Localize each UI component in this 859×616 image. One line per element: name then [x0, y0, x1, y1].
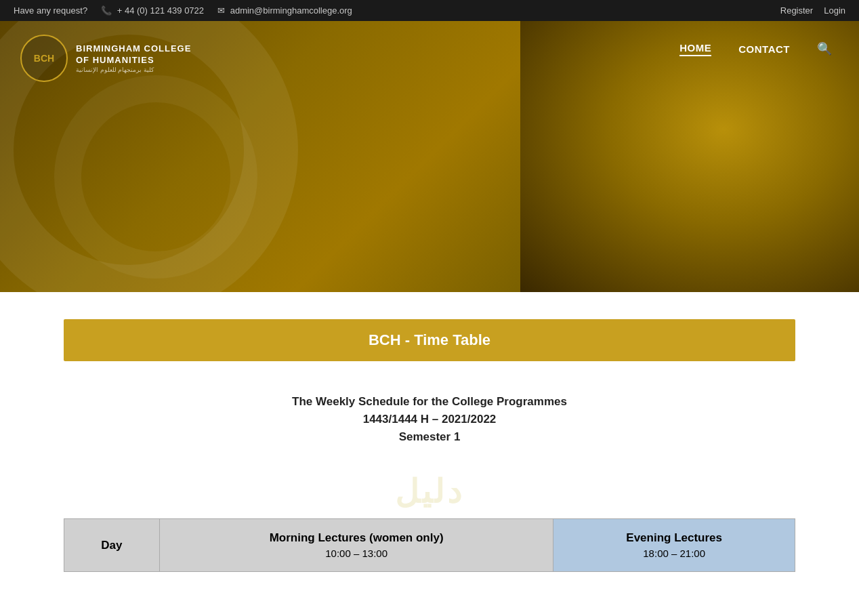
main-nav: HOME CONTACT 🔍: [0, 21, 859, 77]
email-info: ✉ admin@birminghamcollege.org: [217, 5, 352, 16]
year-label: 1443/1444 H – 2021/2022: [64, 413, 795, 426]
watermark-area: دليل: [64, 471, 795, 512]
register-link[interactable]: Register: [780, 5, 813, 16]
top-bar-left: Have any request? 📞 + 44 (0) 121 439 072…: [14, 5, 352, 16]
semester-label: Semester 1: [64, 430, 795, 444]
nav-contact[interactable]: CONTACT: [738, 43, 790, 55]
top-bar-right: Register Login: [780, 5, 845, 16]
phone-link[interactable]: + 44 (0) 121 439 0722: [117, 5, 204, 16]
header-deco-circle-2: [54, 75, 257, 279]
table-header-row: Day Morning Lectures (women only) 10:00 …: [64, 519, 795, 572]
search-icon[interactable]: 🔍: [817, 41, 832, 56]
request-text: Have any request?: [14, 5, 87, 16]
col-morning-header: Morning Lectures (women only) 10:00 – 13…: [159, 519, 553, 572]
phone-icon: 📞: [101, 5, 112, 16]
phone-info: 📞 + 44 (0) 121 439 0722: [101, 5, 204, 16]
nav-links: HOME CONTACT 🔍: [679, 41, 832, 56]
header: BCH BIRMINGHAM COLLEGE OF HUMANITIES كلي…: [0, 21, 859, 292]
weekly-label: The Weekly Schedule for the College Prog…: [64, 395, 795, 409]
page-title: BCH - Time Table: [369, 331, 490, 348]
page-title-banner: BCH - Time Table: [64, 319, 795, 361]
email-link[interactable]: admin@birminghamcollege.org: [230, 5, 352, 16]
top-bar: Have any request? 📞 + 44 (0) 121 439 072…: [0, 0, 859, 21]
schedule-info: The Weekly Schedule for the College Prog…: [64, 395, 795, 444]
col-evening-header: Evening Lectures 18:00 – 21:00: [553, 519, 795, 572]
nav-home[interactable]: HOME: [679, 42, 711, 56]
login-link[interactable]: Login: [824, 5, 845, 16]
col-day-header: Day: [64, 519, 160, 572]
email-icon: ✉: [217, 5, 225, 16]
main-content: BCH - Time Table The Weekly Schedule for…: [23, 292, 836, 599]
watermark: دليل: [395, 472, 464, 510]
timetable: Day Morning Lectures (women only) 10:00 …: [64, 518, 795, 572]
